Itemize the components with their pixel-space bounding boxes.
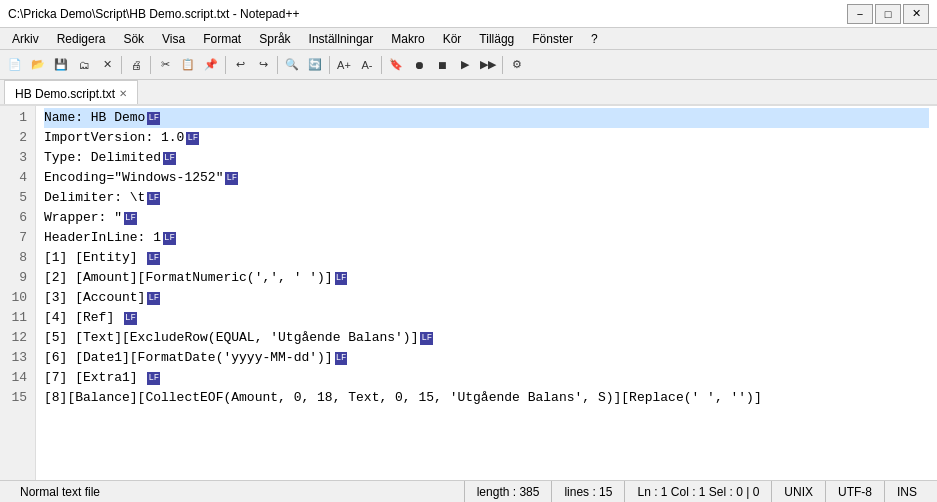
crlf-marker: LF bbox=[147, 372, 160, 385]
code-line-11: [4] [Ref] LF bbox=[44, 308, 929, 328]
code-line-5: Delimiter: \tLF bbox=[44, 188, 929, 208]
macro-save-button[interactable]: ▶▶ bbox=[477, 54, 499, 76]
menu-item-kör[interactable]: Kör bbox=[435, 30, 470, 48]
status-mode: INS bbox=[885, 481, 929, 502]
menu-item-arkiv[interactable]: Arkiv bbox=[4, 30, 47, 48]
code-line-13: [6] [Date1][FormatDate('yyyy-MM-dd')]LF bbox=[44, 348, 929, 368]
crlf-marker: LF bbox=[124, 212, 137, 225]
maximize-button[interactable]: □ bbox=[875, 4, 901, 24]
line-number-15: 15 bbox=[8, 388, 27, 408]
code-area[interactable]: Name: HB DemoLFImportVersion: 1.0LFType:… bbox=[36, 106, 937, 480]
print-button[interactable]: 🖨 bbox=[125, 54, 147, 76]
code-line-7: HeaderInLine: 1LF bbox=[44, 228, 929, 248]
macro-record-button[interactable]: ⏺ bbox=[408, 54, 430, 76]
code-line-6: Wrapper: "LF bbox=[44, 208, 929, 228]
menu-item-tillägg[interactable]: Tillägg bbox=[471, 30, 522, 48]
menu-item-inställningar[interactable]: Inställningar bbox=[301, 30, 382, 48]
crlf-marker: LF bbox=[335, 352, 348, 365]
tab-bar: HB Demo.script.txt ✕ bbox=[0, 80, 937, 106]
status-lineending: UNIX bbox=[772, 481, 826, 502]
paste-button[interactable]: 📌 bbox=[200, 54, 222, 76]
code-line-2: ImportVersion: 1.0LF bbox=[44, 128, 929, 148]
line-number-6: 6 bbox=[8, 208, 27, 228]
line-number-13: 13 bbox=[8, 348, 27, 368]
line-number-14: 14 bbox=[8, 368, 27, 388]
line-number-12: 12 bbox=[8, 328, 27, 348]
menu-item-visa[interactable]: Visa bbox=[154, 30, 193, 48]
crlf-marker: LF bbox=[225, 172, 238, 185]
minimize-button[interactable]: − bbox=[847, 4, 873, 24]
title-text: C:\Pricka Demo\Script\HB Demo.script.txt… bbox=[8, 7, 299, 21]
macro-stop-button[interactable]: ⏹ bbox=[431, 54, 453, 76]
tb-sep-5 bbox=[329, 56, 330, 74]
crlf-marker: LF bbox=[335, 272, 348, 285]
tb-sep-6 bbox=[381, 56, 382, 74]
line-number-1: 1 bbox=[8, 108, 27, 128]
undo-button[interactable]: ↩ bbox=[229, 54, 251, 76]
code-line-3: Type: DelimitedLF bbox=[44, 148, 929, 168]
crlf-marker: LF bbox=[420, 332, 433, 345]
line-number-2: 2 bbox=[8, 128, 27, 148]
line-number-4: 4 bbox=[8, 168, 27, 188]
code-line-10: [3] [Account]LF bbox=[44, 288, 929, 308]
tab-hb-demo[interactable]: HB Demo.script.txt ✕ bbox=[4, 80, 138, 104]
status-position: Ln : 1 Col : 1 Sel : 0 | 0 bbox=[625, 481, 772, 502]
menu-item-format[interactable]: Format bbox=[195, 30, 249, 48]
line-numbers: 123456789101112131415 bbox=[0, 106, 36, 480]
tb-sep-1 bbox=[121, 56, 122, 74]
new-button[interactable]: 📄 bbox=[4, 54, 26, 76]
tb-sep-3 bbox=[225, 56, 226, 74]
menu-item-redigera[interactable]: Redigera bbox=[49, 30, 114, 48]
line-number-3: 3 bbox=[8, 148, 27, 168]
line-number-7: 7 bbox=[8, 228, 27, 248]
code-line-8: [1] [Entity] LF bbox=[44, 248, 929, 268]
tb-sep-7 bbox=[502, 56, 503, 74]
crlf-marker: LF bbox=[147, 112, 160, 125]
tab-close-icon[interactable]: ✕ bbox=[119, 88, 127, 99]
menu-item-språk[interactable]: Språk bbox=[251, 30, 298, 48]
close-doc-button[interactable]: ✕ bbox=[96, 54, 118, 76]
code-line-12: [5] [Text][ExcludeRow(EQUAL, 'Utgående B… bbox=[44, 328, 929, 348]
title-bar: C:\Pricka Demo\Script\HB Demo.script.txt… bbox=[0, 0, 937, 28]
line-number-5: 5 bbox=[8, 188, 27, 208]
save-button[interactable]: 💾 bbox=[50, 54, 72, 76]
close-button[interactable]: ✕ bbox=[903, 4, 929, 24]
tb-sep-4 bbox=[277, 56, 278, 74]
menu-item-fönster[interactable]: Fönster bbox=[524, 30, 581, 48]
zoom-out-button[interactable]: A- bbox=[356, 54, 378, 76]
tab-label: HB Demo.script.txt bbox=[15, 87, 115, 101]
status-bar: Normal text file length : 385 lines : 15… bbox=[0, 480, 937, 502]
status-filetype: Normal text file bbox=[8, 481, 465, 502]
find-button[interactable]: 🔍 bbox=[281, 54, 303, 76]
code-line-1: Name: HB DemoLF bbox=[44, 108, 929, 128]
zoom-in-button[interactable]: A+ bbox=[333, 54, 355, 76]
status-length: length : 385 bbox=[465, 481, 553, 502]
save-all-button[interactable]: 🗂 bbox=[73, 54, 95, 76]
bookmark-button[interactable]: 🔖 bbox=[385, 54, 407, 76]
line-number-8: 8 bbox=[8, 248, 27, 268]
copy-button[interactable]: 📋 bbox=[177, 54, 199, 76]
macro-play-button[interactable]: ▶ bbox=[454, 54, 476, 76]
crlf-marker: LF bbox=[163, 232, 176, 245]
status-lines: lines : 15 bbox=[552, 481, 625, 502]
settings-button[interactable]: ⚙ bbox=[506, 54, 528, 76]
menu-item-?[interactable]: ? bbox=[583, 30, 606, 48]
crlf-marker: LF bbox=[147, 252, 160, 265]
line-number-9: 9 bbox=[8, 268, 27, 288]
toolbar: 📄 📂 💾 🗂 ✕ 🖨 ✂ 📋 📌 ↩ ↪ 🔍 🔄 A+ A- 🔖 ⏺ ⏹ ▶ … bbox=[0, 50, 937, 80]
menu-item-sök[interactable]: Sök bbox=[115, 30, 152, 48]
line-number-10: 10 bbox=[8, 288, 27, 308]
crlf-marker: LF bbox=[124, 312, 137, 325]
code-line-14: [7] [Extra1] LF bbox=[44, 368, 929, 388]
menu-item-makro[interactable]: Makro bbox=[383, 30, 432, 48]
open-button[interactable]: 📂 bbox=[27, 54, 49, 76]
code-line-15: [8][Balance][CollectEOF(Amount, 0, 18, T… bbox=[44, 388, 929, 408]
cut-button[interactable]: ✂ bbox=[154, 54, 176, 76]
title-controls: − □ ✕ bbox=[847, 4, 929, 24]
redo-button[interactable]: ↪ bbox=[252, 54, 274, 76]
crlf-marker: LF bbox=[186, 132, 199, 145]
replace-button[interactable]: 🔄 bbox=[304, 54, 326, 76]
crlf-marker: LF bbox=[147, 292, 160, 305]
status-encoding: UTF-8 bbox=[826, 481, 885, 502]
line-number-11: 11 bbox=[8, 308, 27, 328]
